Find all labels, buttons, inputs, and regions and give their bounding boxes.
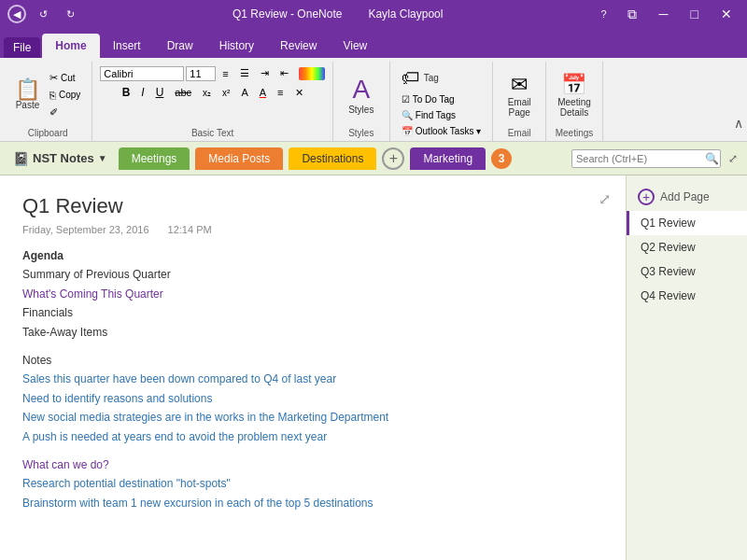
- section-tab-media[interactable]: Media Posts: [195, 147, 283, 170]
- font-row2: B I U abc x₂ x² A A ≡ ✕: [118, 84, 308, 101]
- underline-button[interactable]: U: [151, 84, 169, 101]
- restore-button[interactable]: ⧉: [620, 5, 644, 24]
- maximize-button[interactable]: □: [684, 5, 706, 23]
- close-button[interactable]: ✕: [713, 5, 740, 23]
- outlook-tasks-button[interactable]: 📅Outlook Tasks ▾: [398, 124, 485, 138]
- content-line: [22, 342, 603, 351]
- content-expand-icon[interactable]: ⤢: [599, 190, 611, 208]
- content-line: New social media strategies are in the w…: [22, 408, 603, 427]
- clipboard-label: Clipboard: [28, 128, 68, 141]
- back-button[interactable]: ◀: [7, 5, 26, 23]
- content-line: Take-Away Items: [22, 323, 603, 342]
- paste-button[interactable]: 📋 Paste: [11, 77, 44, 112]
- copy-button[interactable]: ⎘Copy: [46, 88, 84, 103]
- cut-button[interactable]: ✂Cut: [46, 70, 84, 86]
- content-line: What can we do?: [22, 455, 603, 474]
- tags-content: 🏷 Tag ☑To Do Tag 🔍Find Tags 📅Outlook Tas…: [398, 62, 485, 142]
- subscript-button[interactable]: x₂: [198, 86, 216, 100]
- content-line: Agenda: [22, 246, 603, 265]
- add-page-label: Add Page: [660, 190, 710, 203]
- search-icon[interactable]: 🔍: [705, 152, 719, 165]
- section-tab-destinations[interactable]: Destinations: [289, 147, 376, 170]
- tab-view[interactable]: View: [330, 34, 380, 58]
- add-page-button[interactable]: + Add Page: [627, 183, 747, 211]
- basic-text-controls: ≡ ☰ ⇥ ⇤ B I U abc x₂ x² A A: [100, 62, 324, 128]
- format-painter-button[interactable]: ✐: [46, 105, 84, 120]
- clear-format-button[interactable]: ✕: [290, 85, 308, 101]
- section-tab-meetings[interactable]: Meetings: [119, 147, 190, 170]
- ribbon-content: 📋 Paste ✂Cut ⎘Copy ✐ Clipboard: [0, 58, 747, 142]
- tab-history[interactable]: History: [206, 34, 267, 58]
- email-label: Email: [508, 128, 531, 141]
- notebook-name[interactable]: 📓 NST Notes ▼: [7, 147, 113, 170]
- font-size-selector[interactable]: [186, 66, 216, 81]
- bold-button[interactable]: B: [118, 84, 135, 101]
- page-item-q4[interactable]: Q4 Review: [627, 284, 747, 308]
- user-name: Kayla Claypool: [368, 7, 443, 21]
- content-line: Financials: [22, 303, 603, 322]
- content-line: [22, 446, 603, 455]
- page-item-q1[interactable]: Q1 Review: [627, 211, 747, 235]
- clipboard-buttons: 📋 Paste ✂Cut ⎘Copy ✐: [11, 62, 84, 128]
- outdent-btn[interactable]: ⇤: [275, 65, 293, 81]
- meetings-group: 📅 Meeting Details Meetings: [546, 62, 603, 141]
- list-button[interactable]: ≡: [218, 66, 233, 81]
- basic-text-label: Basic Text: [191, 128, 233, 141]
- content-line: What's Coming This Quarter: [22, 285, 603, 303]
- minimize-button[interactable]: ─: [652, 5, 676, 23]
- title-bar-right: ? ⧉ ─ □ ✕: [595, 5, 740, 24]
- tab-review[interactable]: Review: [267, 34, 330, 58]
- font-color-button[interactable]: A: [255, 85, 271, 100]
- page-meta: Friday, September 23, 2016 12:14 PM: [22, 224, 603, 235]
- ribbon-tabs: File Home Insert Draw History Review Vie…: [0, 28, 747, 58]
- tab-draw[interactable]: Draw: [154, 34, 206, 58]
- page-item-q3[interactable]: Q3 Review: [627, 259, 747, 284]
- italic-button[interactable]: I: [136, 84, 148, 101]
- page-title: Q1 Review: [22, 194, 603, 218]
- add-page-circle: +: [638, 189, 655, 205]
- meetings-content: 📅 Meeting Details: [554, 62, 595, 128]
- page-body[interactable]: AgendaSummary of Previous QuarterWhat's …: [22, 246, 603, 512]
- superscript-button[interactable]: x²: [218, 86, 234, 100]
- font-row1: ≡ ☰ ⇥ ⇤: [100, 65, 324, 81]
- font-selector[interactable]: [100, 66, 184, 81]
- main-area: ⤢ Q1 Review Friday, September 23, 2016 1…: [0, 175, 747, 560]
- search-input[interactable]: [576, 153, 705, 164]
- content-line: Sales this quarter have been down compar…: [22, 370, 603, 388]
- strikethrough-button[interactable]: abc: [170, 85, 196, 100]
- title-center: Q1 Review - OneNote Kayla Claypool: [80, 7, 595, 21]
- tab-insert[interactable]: Insert: [100, 34, 154, 58]
- tab-home[interactable]: Home: [42, 34, 99, 58]
- meeting-details-button[interactable]: 📅 Meeting Details: [554, 71, 595, 119]
- styles-label: Styles: [348, 128, 374, 141]
- email-page-button[interactable]: ✉ Email Page: [500, 71, 538, 119]
- title-bar-left: ◀ ↺ ↻: [7, 5, 80, 23]
- clipboard-group: 📋 Paste ✂Cut ⎘Copy ✐ Clipboard: [4, 62, 92, 141]
- content-line: Brainstorm with team 1 new excursion in …: [22, 494, 603, 512]
- undo-button[interactable]: ↺: [34, 7, 53, 22]
- tag-button[interactable]: 🏷 Tag: [398, 65, 443, 91]
- email-group: ✉ Email Page Email: [493, 62, 546, 141]
- ribbon: File Home Insert Draw History Review Vie…: [0, 28, 747, 142]
- indent-btn[interactable]: ⇥: [256, 65, 274, 81]
- content-line: Notes: [22, 351, 603, 370]
- add-section-button[interactable]: +: [382, 147, 404, 170]
- help-button[interactable]: ?: [595, 7, 612, 21]
- section-tab-marketing[interactable]: Marketing: [410, 147, 486, 170]
- content-line: Summary of Previous Quarter: [22, 265, 603, 284]
- page-date: Friday, September 23, 2016: [22, 224, 149, 235]
- ribbon-collapse-button[interactable]: ∧: [734, 116, 743, 131]
- page-time: 12:14 PM: [168, 224, 212, 235]
- page-item-q2[interactable]: Q2 Review: [627, 235, 747, 259]
- styles-button[interactable]: A Styles: [341, 73, 382, 117]
- tab-file[interactable]: File: [4, 37, 40, 58]
- highlight-button[interactable]: A: [236, 85, 252, 100]
- pages-panel: + Add Page Q1 Review Q2 Review Q3 Review…: [626, 175, 747, 560]
- redo-button[interactable]: ↻: [61, 7, 80, 22]
- list2-button[interactable]: ☰: [235, 65, 254, 81]
- expand-icon[interactable]: ⤢: [726, 150, 740, 167]
- meetings-label: Meetings: [556, 128, 594, 141]
- todo-tag-button[interactable]: ☑To Do Tag: [398, 92, 458, 106]
- find-tags-button[interactable]: 🔍Find Tags: [398, 108, 459, 122]
- align-button[interactable]: ≡: [273, 85, 288, 100]
